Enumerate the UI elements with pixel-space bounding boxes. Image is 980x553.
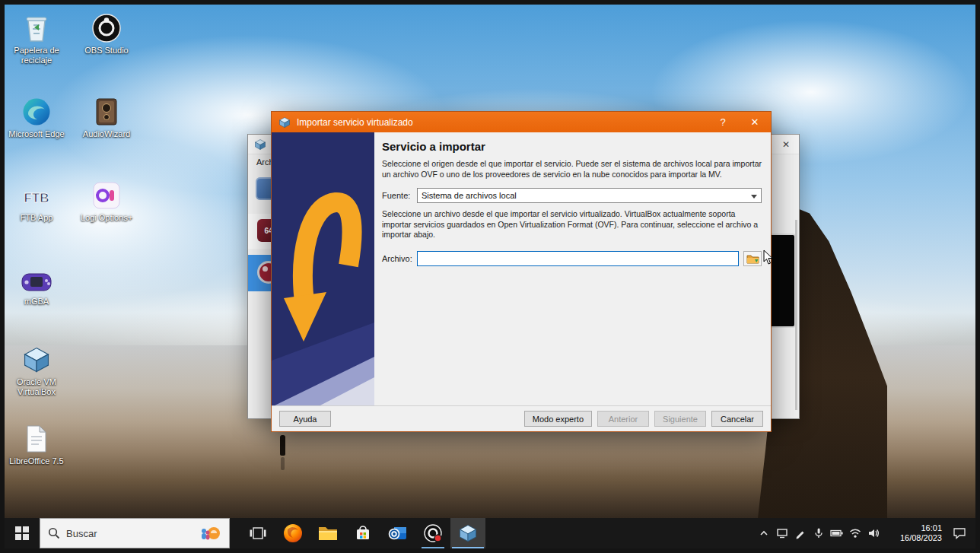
help-button[interactable]: Ayuda	[279, 411, 331, 427]
mouse-cursor	[763, 249, 774, 269]
search-icon	[48, 527, 60, 539]
desktop-icon-logi-options[interactable]: Logi Options+	[75, 178, 138, 223]
search-input[interactable]: Buscar	[40, 518, 230, 548]
next-button[interactable]: Siguiente	[654, 411, 706, 427]
virtualbox-logo-icon	[278, 116, 291, 129]
file-label: Archivo:	[382, 254, 417, 263]
tray-display-icon[interactable]	[773, 518, 791, 548]
tray-wifi-icon[interactable]	[846, 518, 864, 548]
browse-file-button[interactable]	[743, 251, 762, 266]
virtualbox-icon	[458, 523, 478, 543]
source-label: Fuente:	[382, 191, 417, 200]
clock-time: 16:01	[889, 523, 942, 533]
chevron-down-icon	[751, 195, 757, 199]
recycle-bin-icon	[24, 11, 49, 43]
source-intro-text: Seleccione el origen desde el que import…	[382, 159, 762, 180]
task-view-icon	[250, 526, 266, 540]
desktop-icon-libreoffice[interactable]: LibreOffice 7.5	[5, 421, 68, 466]
desktop-icon-label: mGBA	[24, 297, 49, 307]
file-intro-text: Seleccione un archivo desde el que impor…	[382, 209, 762, 241]
clock-date: 16/08/2023	[889, 533, 942, 543]
file-explorer-icon	[318, 525, 338, 542]
desktop-icon-label: Oracle VM VirtualBox	[5, 377, 68, 397]
start-button[interactable]	[5, 518, 40, 548]
virtualbox-logo-icon	[254, 138, 266, 151]
svg-text:FTB: FTB	[24, 191, 49, 205]
audiowizard-icon	[94, 94, 119, 126]
import-appliance-dialog[interactable]: Importar servicio virtualizado ? ✕	[271, 111, 772, 432]
manager-close-button[interactable]: ✕	[773, 135, 799, 154]
outlook-icon	[388, 524, 408, 542]
wizard-content: Servicio a importar Seleccione el origen…	[374, 132, 771, 405]
taskbar-virtualbox[interactable]	[450, 518, 485, 548]
desktop-icon-label: OBS Studio	[84, 46, 128, 56]
cancel-button[interactable]: Cancelar	[711, 411, 763, 427]
search-highlights-icon[interactable]	[199, 525, 221, 546]
taskbar-file-explorer[interactable]	[310, 518, 345, 548]
taskbar-outlook[interactable]	[380, 518, 415, 548]
desktop-icon-mgba[interactable]: mGBA	[5, 262, 68, 307]
tray-battery-icon[interactable]	[828, 518, 846, 548]
desktop-icon-label: Microsoft Edge	[8, 129, 64, 139]
dialog-help-button[interactable]: ?	[707, 112, 739, 132]
taskbar-microsoft-store[interactable]	[345, 518, 380, 548]
screen: Papelera de reciclaje OBS Studio Microso…	[0, 0, 980, 553]
desktop-icon-obs-studio[interactable]: OBS Studio	[75, 11, 138, 56]
libreoffice-icon	[24, 421, 49, 453]
search-placeholder: Buscar	[66, 528, 97, 539]
desktop-icon-label: FTB App	[21, 213, 53, 223]
dialog-titlebar[interactable]: Importar servicio virtualizado ? ✕	[272, 112, 771, 132]
taskbar-clock[interactable]: 16:01 16/08/2023	[889, 523, 942, 543]
wizard-artwork	[272, 132, 374, 405]
wizard-buttonbar: Ayuda Modo experto Anterior Siguiente Ca…	[272, 405, 771, 431]
obs-studio-icon	[92, 11, 121, 43]
source-combobox[interactable]: Sistema de archivos local	[417, 188, 762, 203]
desktop-icon-label: Papelera de reciclaje	[5, 46, 68, 65]
windows-logo-icon	[15, 526, 29, 540]
tray-chevron-up-icon[interactable]	[755, 518, 773, 548]
tray-mic-icon[interactable]	[810, 518, 828, 548]
desktop-icon-virtualbox[interactable]: Oracle VM VirtualBox	[5, 342, 68, 397]
desktop-icon-ftb-app[interactable]: FTB FTB App	[5, 178, 68, 223]
back-button[interactable]: Anterior	[597, 411, 649, 427]
taskbar-firefox[interactable]	[275, 518, 310, 548]
microsoft-store-icon	[354, 524, 372, 542]
ftb-app-icon: FTB	[21, 178, 52, 210]
desktop[interactable]: Papelera de reciclaje OBS Studio Microso…	[5, 5, 975, 518]
action-center-button[interactable]	[947, 518, 972, 548]
logi-options-icon	[92, 178, 121, 210]
taskbar: Buscar	[5, 518, 975, 548]
desktop-icon-label: Logi Options+	[81, 213, 132, 223]
expert-mode-button[interactable]: Modo experto	[524, 411, 592, 427]
recording-dot-icon	[434, 535, 441, 542]
taskbar-obs-studio[interactable]	[415, 518, 450, 548]
desktop-icon-label: LibreOffice 7.5	[9, 456, 63, 466]
notification-icon	[953, 527, 966, 539]
desktop-icon-recycle-bin[interactable]: Papelera de reciclaje	[5, 11, 68, 65]
firefox-icon	[283, 523, 303, 543]
virtualbox-icon	[22, 342, 51, 374]
file-path-input[interactable]	[417, 251, 739, 266]
mgba-icon	[21, 262, 52, 294]
dialog-title: Importar servicio virtualizado	[297, 117, 413, 128]
dialog-close-button[interactable]: ✕	[739, 112, 771, 132]
source-combobox-value: Sistema de archivos local	[422, 191, 517, 200]
microsoft-edge-icon	[22, 94, 51, 126]
obs-studio-icon	[423, 523, 443, 543]
manager-scrollbar[interactable]	[795, 220, 797, 410]
folder-icon	[746, 253, 759, 264]
wizard-heading: Servicio a importar	[382, 140, 762, 153]
tray-volume-icon[interactable]	[864, 518, 883, 548]
desktop-icon-microsoft-edge[interactable]: Microsoft Edge	[5, 94, 68, 139]
taskbar-task-view-button[interactable]	[240, 518, 275, 548]
desktop-icon-audiowizard[interactable]: AudioWizard	[75, 94, 138, 139]
tray-pen-icon[interactable]	[791, 518, 810, 548]
person-silhouette	[280, 435, 285, 470]
desktop-icon-label: AudioWizard	[83, 129, 130, 139]
